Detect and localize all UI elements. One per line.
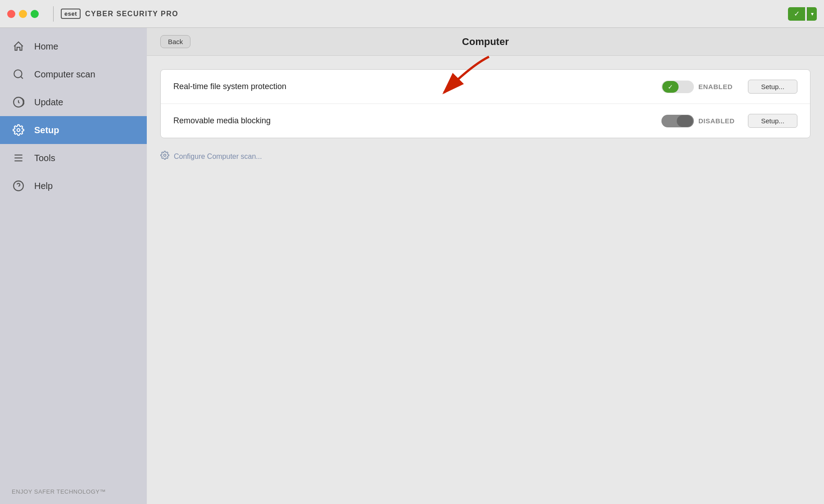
help-icon: [12, 179, 25, 193]
home-icon: [12, 40, 25, 53]
sidebar-footer: ENJOY SAFER TECHNOLOGY™: [0, 479, 147, 504]
realtime-toggle[interactable]: ✓: [661, 81, 694, 93]
back-button[interactable]: Back: [160, 35, 190, 48]
eset-badge: eset: [61, 9, 81, 19]
svg-point-0: [14, 70, 22, 77]
svg-line-1: [21, 76, 23, 79]
realtime-protection-label: Real-time file system protection: [173, 82, 661, 91]
removable-toggle-knob: [677, 115, 693, 127]
removable-media-label: Removable media blocking: [173, 116, 661, 126]
realtime-toggle-knob: ✓: [662, 81, 679, 93]
realtime-protection-row: Real-time file system protection ✓ ENABL…: [161, 70, 810, 104]
realtime-setup-button[interactable]: Setup...: [748, 80, 797, 94]
configure-gear-icon: [160, 151, 169, 162]
sidebar-nav: Home Computer scan Upd: [0, 28, 147, 479]
removable-media-controls: DISABLED Setup...: [661, 114, 797, 128]
removable-toggle-status: DISABLED: [698, 117, 739, 125]
configure-computer-scan-link[interactable]: Configure Computer scan...: [160, 149, 810, 164]
sidebar-item-scan-label: Computer scan: [34, 69, 95, 80]
setup-icon: [12, 123, 25, 137]
removable-media-row: Removable media blocking DISABLED Setup.…: [161, 104, 810, 138]
sidebar-item-update-label: Update: [34, 97, 63, 108]
removable-toggle[interactable]: [661, 115, 694, 127]
maximize-button[interactable]: [31, 10, 39, 18]
update-icon: [12, 95, 25, 109]
realtime-toggle-container: ✓ ENABLED: [661, 81, 739, 93]
window-controls: [7, 10, 39, 18]
svg-point-10: [164, 154, 166, 157]
sidebar-item-tools[interactable]: Tools: [0, 144, 147, 172]
settings-card: Real-time file system protection ✓ ENABL…: [160, 69, 810, 138]
configure-link-label: Configure Computer scan...: [174, 153, 262, 161]
content-header: Back Computer: [147, 28, 824, 56]
brand-name: CYBER SECURITY PRO: [85, 10, 178, 18]
removable-setup-button[interactable]: Setup...: [748, 114, 797, 128]
realtime-toggle-status: ENABLED: [698, 83, 739, 90]
minimize-button[interactable]: [19, 10, 27, 18]
titlebar-divider: [53, 6, 54, 22]
removable-toggle-container: DISABLED: [661, 115, 739, 127]
titlebar-dropdown-button[interactable]: ▾: [807, 7, 817, 21]
main-layout: Home Computer scan Upd: [0, 28, 824, 504]
sidebar-item-home[interactable]: Home: [0, 32, 147, 60]
sidebar-item-setup[interactable]: Setup: [0, 116, 147, 144]
sidebar-item-setup-label: Setup: [34, 125, 59, 135]
scan-icon: [12, 68, 25, 81]
sidebar: Home Computer scan Upd: [0, 28, 147, 504]
titlebar-check-button[interactable]: ✓: [788, 7, 805, 21]
content-area: Back Computer Real-time file system prot…: [147, 28, 824, 504]
content-body: Real-time file system protection ✓ ENABL…: [147, 56, 824, 504]
realtime-protection-controls: ✓ ENABLED Setup...: [661, 80, 797, 94]
sidebar-item-home-label: Home: [34, 41, 58, 52]
sidebar-item-help[interactable]: Help: [0, 172, 147, 200]
content-title: Computer: [462, 36, 509, 48]
svg-point-3: [17, 129, 20, 132]
sidebar-item-update[interactable]: Update: [0, 88, 147, 116]
tools-icon: [12, 151, 25, 165]
sidebar-item-tools-label: Tools: [34, 153, 55, 163]
sidebar-item-scan[interactable]: Computer scan: [0, 60, 147, 88]
sidebar-item-help-label: Help: [34, 181, 53, 191]
close-button[interactable]: [7, 10, 15, 18]
titlebar-actions: ✓ ▾: [788, 7, 817, 21]
brand-logo: eset CYBER SECURITY PRO: [61, 9, 178, 19]
titlebar: eset CYBER SECURITY PRO ✓ ▾: [0, 0, 824, 28]
